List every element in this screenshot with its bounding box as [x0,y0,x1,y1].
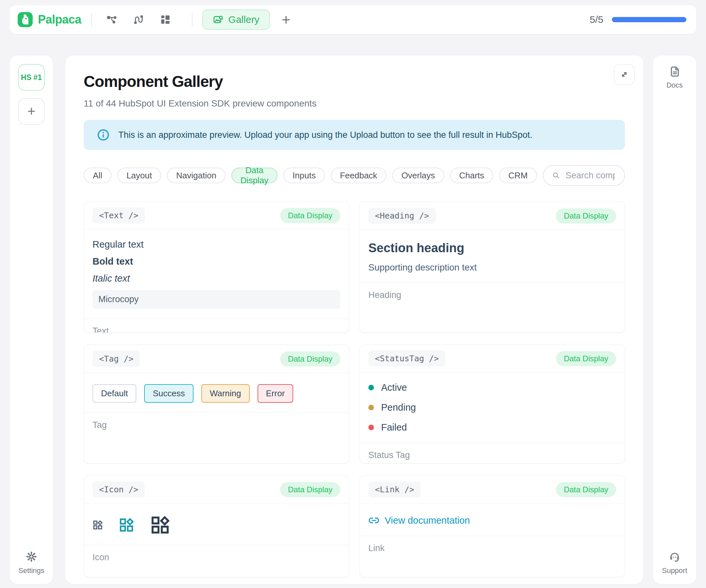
docs-label: Docs [666,81,683,89]
status-pending: Pending [368,402,616,413]
workspace-item-hs1[interactable]: HS #1 [18,64,45,91]
settings-label: Settings [18,566,44,575]
status-active: Active [368,382,616,393]
main-panel: Component Gallery 11 of 44 HubSpot UI Ex… [65,55,643,584]
tab-gallery-label: Gallery [229,14,260,25]
search-input[interactable] [565,170,616,181]
card-footer: Link [360,536,625,577]
link-preview: View documentation [360,504,625,536]
component-name: Link [368,543,385,553]
brand-name: Palpaca [38,13,81,27]
filter-chip-data-display[interactable]: Data Display [231,168,277,183]
page-subtitle: 11 of 44 HubSpot UI Extension SDK previe… [84,98,625,109]
component-code-tag: <Link /> [368,481,421,498]
component-card-text: <Text /> Data Display Regular text Bold … [84,202,349,333]
text-regular: Regular text [92,239,340,250]
card-header: <Text /> Data Display [84,202,349,229]
documentation-link-label: View documentation [385,515,470,526]
card-footer: Status Tag [360,443,625,464]
tag-success: Success [144,384,193,403]
component-name: Icon [92,552,109,562]
add-workspace-button[interactable]: + [18,98,45,125]
flow-view-button[interactable] [102,9,122,30]
card-header: <Heading /> Data Display [360,202,625,230]
filter-chip-inputs[interactable]: Inputs [283,168,325,183]
settings-button[interactable]: Settings [18,551,44,575]
status-label: Failed [381,422,407,433]
brand: Palpaca [17,12,81,27]
category-badge: Data Display [280,208,340,223]
filter-chip-all[interactable]: All [84,168,112,183]
gallery-icon [213,14,223,25]
icon-row [92,513,340,535]
component-code-tag: <Text /> [92,207,145,223]
component-card-statustag: <StatusTag /> Data Display Active Pendin… [359,345,625,464]
category-badge: Data Display [556,208,616,223]
grid-diamond-icon-large [150,515,170,535]
support-button[interactable]: Support [662,550,687,575]
grid-diamond-icon-medium [119,517,134,533]
tag-warning: Warning [201,384,250,403]
status-dot-failed [368,425,374,430]
headset-icon [668,550,681,562]
dashboard-icon [160,14,171,25]
component-code-tag: <Heading /> [368,208,436,224]
tag-error: Error [258,384,293,403]
tab-gallery[interactable]: Gallery [202,9,270,30]
status-dot-active [368,385,374,390]
filter-chip-navigation[interactable]: Navigation [167,168,226,183]
route-icon [133,14,144,25]
status-failed: Failed [368,422,616,433]
filter-chip-feedback[interactable]: Feedback [331,168,386,183]
docs-button[interactable]: Docs [666,65,683,89]
add-tab-button[interactable]: + [282,12,290,27]
category-badge: Data Display [280,482,340,497]
component-name: Heading [368,290,401,300]
component-code-tag: <StatusTag /> [368,350,445,367]
status-label: Pending [381,402,416,413]
card-footer: Text [84,319,349,333]
component-card-link: <Link /> Data Display View documentation… [359,475,625,577]
component-code-tag: <Icon /> [92,481,145,498]
link-icon [368,515,380,526]
info-banner-text: This is an approximate preview. Upload y… [118,130,533,140]
component-code-tag: <Tag /> [92,351,140,367]
card-header: <StatusTag /> Data Display [360,345,625,372]
filter-chip-overlays[interactable]: Overlays [392,168,444,183]
support-label: Support [662,566,687,575]
text-italic: Italic text [92,273,340,284]
filter-chip-crm[interactable]: CRM [499,168,537,183]
category-badge: Data Display [280,351,340,367]
filter-chip-layout[interactable]: Layout [117,168,161,183]
card-header: <Icon /> Data Display [84,476,349,504]
grid-diamond-icon-small [92,520,103,530]
component-card-heading: <Heading /> Data Display Section heading… [359,202,625,333]
gear-icon [26,551,37,562]
filter-toolbar: All Layout Navigation Data Display Input… [84,165,625,186]
card-footer: Tag [84,413,349,463]
category-badge: Data Display [556,351,616,366]
filter-chip-charts[interactable]: Charts [450,168,494,183]
icon-preview [84,504,349,545]
right-sidebar: Docs Support [653,55,696,584]
left-sidebar: HS #1 + Settings [10,55,53,584]
section-heading: Section heading [368,241,616,255]
heading-preview: Section heading Supporting description t… [360,230,625,283]
category-badge: Data Display [556,482,616,497]
card-header: <Tag /> Data Display [84,345,349,373]
route-view-button[interactable] [128,9,149,30]
component-card-tag: <Tag /> Data Display Default Success War… [84,345,349,464]
text-bold: Bold text [92,256,340,267]
info-icon [97,128,110,141]
component-name: Tag [92,420,107,430]
palpaca-logo [17,12,33,27]
expand-button[interactable] [614,64,635,85]
progress-bar [612,17,687,22]
documentation-link[interactable]: View documentation [368,513,616,526]
right-rail-bottom: Support [662,550,687,575]
section-description: Supporting description text [368,262,616,273]
search-box[interactable] [543,165,625,186]
search-icon [552,171,560,180]
status-dot-pending [368,405,374,410]
layout-view-button[interactable] [155,9,175,30]
